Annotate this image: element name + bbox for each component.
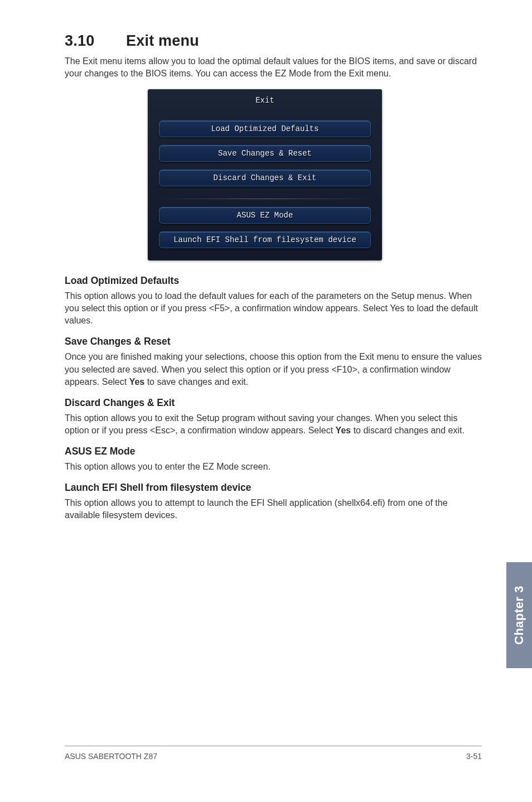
- bios-separator: [158, 199, 372, 199]
- bios-save-reset-button[interactable]: Save Changes & Reset: [159, 145, 371, 162]
- discard-exit-heading: Discard Changes & Exit: [65, 397, 482, 409]
- efi-shell-heading: Launch EFI Shell from filesystem device: [65, 482, 482, 494]
- save-reset-heading: Save Changes & Reset: [65, 336, 482, 347]
- save-reset-body-a: Once you are finished making your select…: [65, 352, 482, 386]
- load-defaults-heading: Load Optimized Defaults: [65, 275, 482, 287]
- bios-panel-title: Exit: [156, 94, 374, 113]
- load-defaults-body: This option allows you to load the defau…: [65, 290, 482, 327]
- discard-exit-body: This option allows you to exit the Setup…: [65, 412, 482, 437]
- save-reset-yes: Yes: [129, 377, 145, 386]
- intro-paragraph: The Exit menu items allow you to load th…: [65, 55, 482, 79]
- bios-load-defaults-button[interactable]: Load Optimized Defaults: [159, 120, 371, 137]
- section-heading: 3.10Exit menu: [65, 32, 482, 50]
- chapter-tab-label: Chapter 3: [512, 586, 526, 645]
- bios-screenshot-container: Exit Load Optimized Defaults Save Change…: [65, 89, 482, 260]
- page-footer: ASUS SABERTOOTH Z87 3-51: [65, 746, 482, 761]
- efi-shell-body: This option allows you to attempt to lau…: [65, 497, 482, 521]
- ez-mode-body: This option allows you to enter the EZ M…: [65, 461, 482, 473]
- section-number: 3.10: [65, 32, 126, 50]
- discard-exit-yes: Yes: [336, 426, 351, 435]
- save-reset-body: Once you are finished making your select…: [65, 351, 482, 388]
- bios-exit-panel: Exit Load Optimized Defaults Save Change…: [148, 89, 382, 260]
- chapter-tab: Chapter 3: [506, 562, 532, 668]
- ez-mode-heading: ASUS EZ Mode: [65, 446, 482, 457]
- bios-discard-exit-button[interactable]: Discard Changes & Exit: [159, 170, 371, 186]
- section-title-text: Exit menu: [126, 32, 199, 49]
- bios-ez-mode-button[interactable]: ASUS EZ Mode: [159, 207, 371, 224]
- bios-efi-shell-button[interactable]: Launch EFI Shell from filesystem device: [159, 231, 371, 248]
- save-reset-body-b: to save changes and exit.: [144, 377, 248, 386]
- footer-page-number: 3-51: [466, 752, 482, 761]
- discard-exit-body-b: to discard changes and exit.: [351, 426, 465, 435]
- footer-product: ASUS SABERTOOTH Z87: [65, 752, 157, 761]
